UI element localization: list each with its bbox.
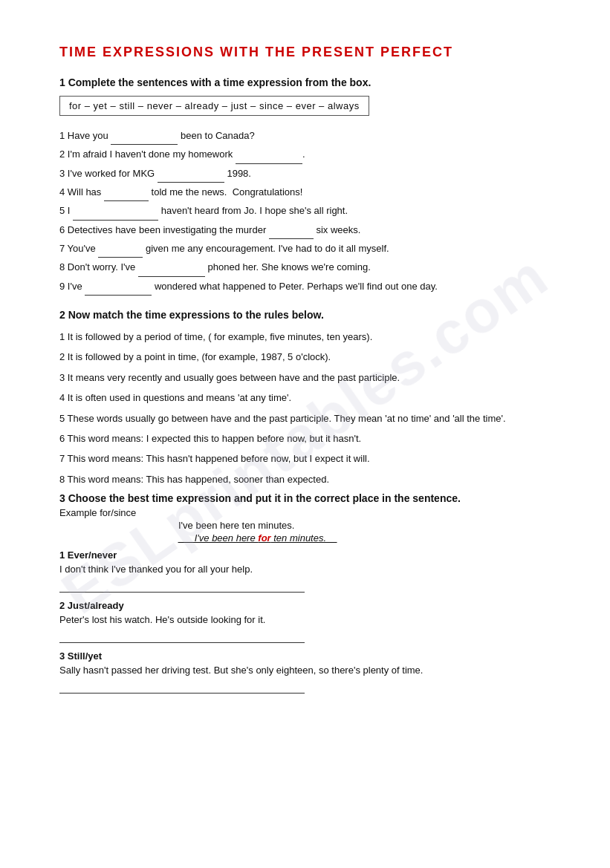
- ex3-item-1-label: 1 Ever/never: [59, 549, 551, 561]
- ex3-item-1: 1 Ever/never I don't think I've thanked …: [59, 549, 551, 593]
- ex3-item-3-text: Sally hasn't passed her driving test. Bu…: [59, 663, 551, 679]
- ex3-item-2-text: Peter's lost his watch. He's outside loo…: [59, 613, 551, 628]
- sentence-6: 6 Detectives have been investigating the…: [59, 221, 551, 239]
- ex3-item-2-label: 2 Just/already: [59, 600, 551, 611]
- blank-7[interactable]: [98, 247, 143, 258]
- ex3-item-3-label: 3 Still/yet: [59, 650, 551, 662]
- section2-rules: 1 It is followed by a period of time, ( …: [59, 328, 551, 488]
- rule-4: 4 It is often used in questions and mean…: [59, 389, 551, 406]
- rule-5: 5 These words usually go between have an…: [59, 410, 551, 427]
- sentence-2: 2 I'm afraid I haven't done my homework …: [59, 145, 551, 163]
- example-original: I've been here ten minutes.: [178, 520, 551, 531]
- example-label: Example for/since: [59, 507, 551, 518]
- page-title: TIME EXPRESSIONS WITH THE PRESENT PERFEC…: [59, 45, 551, 60]
- blank-6[interactable]: [269, 229, 314, 239]
- answer-line-3[interactable]: [59, 682, 305, 694]
- section3-container: 3 Choose the best time expression and pu…: [59, 492, 551, 693]
- answer-line-2[interactable]: [59, 631, 305, 643]
- example-corrected: ___I've been here for ten minutes.__: [178, 532, 551, 544]
- rule-7: 7 This word means: This hasn't happened …: [59, 450, 551, 467]
- sentence-3: 3 I've worked for MKG 1998.: [59, 164, 551, 183]
- blank-9[interactable]: [85, 285, 152, 296]
- sentence-4: 4 Will has told me the news. Congratulat…: [59, 183, 551, 201]
- blank-4[interactable]: [104, 191, 149, 201]
- section2-header: 2 Now match the time expressions to the …: [59, 309, 551, 321]
- rule-8: 8 This word means: This has happened, so…: [59, 471, 551, 488]
- ex3-item-3: 3 Still/yet Sally hasn't passed her driv…: [59, 650, 551, 694]
- blank-1[interactable]: [111, 134, 178, 145]
- sentence-8: 8 Don't worry. I've phoned her. She know…: [59, 258, 551, 276]
- blank-3[interactable]: [158, 172, 224, 183]
- sentence-7: 7 You've given me any encouragement. I'v…: [59, 239, 551, 258]
- ex3-item-2: 2 Just/already Peter's lost his watch. H…: [59, 600, 551, 643]
- rule-6: 6 This word means: I expected this to ha…: [59, 430, 551, 447]
- word-box: for – yet – still – never – already – ju…: [59, 96, 369, 116]
- rule-1: 1 It is followed by a period of time, ( …: [59, 328, 551, 345]
- for-word: for: [258, 532, 270, 544]
- section3-header: 3 Choose the best time expression and pu…: [59, 492, 551, 504]
- exercise1-sentences: 1 Have you been to Canada? 2 I'm afraid …: [59, 126, 551, 296]
- rule-3: 3 It means very recently and usually goe…: [59, 369, 551, 386]
- blank-8[interactable]: [138, 267, 205, 277]
- sentence-1: 1 Have you been to Canada?: [59, 126, 551, 145]
- rule-2: 2 It is followed by a point in time, (fo…: [59, 348, 551, 365]
- sentence-9: 9 I've wondered what happened to Peter. …: [59, 277, 551, 296]
- blank-5[interactable]: [73, 210, 158, 221]
- blank-2[interactable]: [236, 154, 302, 164]
- section1-header: 1 Complete the sentences with a time exp…: [59, 76, 551, 88]
- sentence-5: 5 I haven't heard from Jo. I hope she's …: [59, 201, 551, 220]
- answer-line-1[interactable]: [59, 581, 305, 593]
- ex3-item-1-text: I don't think I've thanked you for all y…: [59, 562, 551, 578]
